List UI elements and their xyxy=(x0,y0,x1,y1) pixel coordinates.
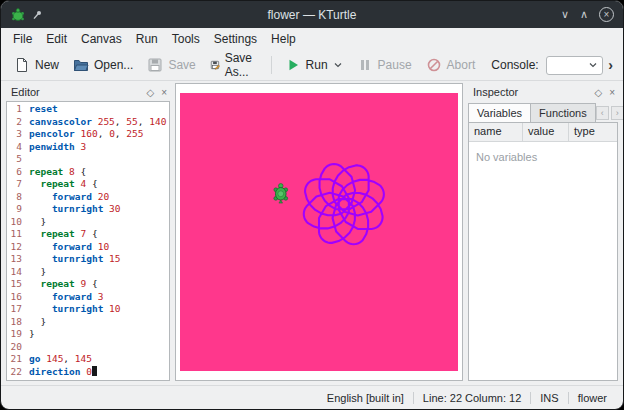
tab-scroll-left-icon[interactable]: ‹ xyxy=(596,106,609,120)
save-as-icon xyxy=(210,57,220,73)
menubar: File Edit Canvas Run Tools Settings Help xyxy=(1,28,623,50)
tab-variables[interactable]: Variables xyxy=(468,103,531,122)
open-folder-icon xyxy=(73,57,89,73)
abort-icon xyxy=(426,57,442,73)
new-document-icon xyxy=(14,57,30,73)
run-dropdown-arrow-icon[interactable] xyxy=(333,60,343,70)
combobox-chevron-down-icon xyxy=(588,60,598,70)
run-button-label: Run xyxy=(306,58,328,72)
code-editor[interactable]: 12345678910111213141516171819202122 rese… xyxy=(6,101,170,381)
inspector-dock-title: Inspector xyxy=(473,86,518,98)
pause-button-label: Pause xyxy=(378,58,412,72)
inspector-dock-header: Inspector ◇ × xyxy=(468,83,618,101)
status-language: English [built in] xyxy=(318,392,413,404)
line-number-gutter: 12345678910111213141516171819202122 xyxy=(7,103,25,380)
new-button-label: New xyxy=(35,58,59,72)
toolbar-overflow-button[interactable]: › xyxy=(605,57,616,73)
editor-float-icon[interactable]: ◇ xyxy=(146,87,154,98)
turtle-canvas xyxy=(180,93,458,371)
open-button-label: Open... xyxy=(94,58,133,72)
editor-dock: Editor ◇ × 12345678910111213141516171819… xyxy=(6,83,170,381)
pin-icon xyxy=(32,10,42,20)
status-cursor-position: Line: 22 Column: 12 xyxy=(413,392,530,404)
column-header-type[interactable]: type xyxy=(569,123,617,141)
toolbar: New Open... Save Save As... xyxy=(1,50,623,81)
status-insert-mode: INS xyxy=(530,392,567,404)
new-button[interactable]: New xyxy=(8,54,65,76)
main-area: Editor ◇ × 12345678910111213141516171819… xyxy=(1,81,623,385)
column-header-value[interactable]: value xyxy=(523,123,569,141)
editor-close-icon[interactable]: × xyxy=(161,87,167,98)
abort-button-label: Abort xyxy=(447,58,476,72)
save-icon xyxy=(147,57,163,73)
save-button[interactable]: Save xyxy=(141,54,201,76)
save-as-button[interactable]: Save As... xyxy=(204,48,264,82)
no-variables-text: No variables xyxy=(469,142,617,172)
pause-button[interactable]: Pause xyxy=(351,54,418,76)
menu-help[interactable]: Help xyxy=(264,30,303,48)
code-lines[interactable]: resetcanvascolor 255, 55, 140pencolor 16… xyxy=(25,103,169,380)
editor-dock-header: Editor ◇ × xyxy=(6,83,170,101)
variables-table: name value type No variables xyxy=(468,122,618,381)
menu-run[interactable]: Run xyxy=(129,30,165,48)
status-script-name: flower xyxy=(568,392,616,404)
save-as-button-label: Save As... xyxy=(225,51,258,79)
minimize-button[interactable]: ∨ xyxy=(561,9,569,20)
editor-dock-title: Editor xyxy=(11,86,40,98)
console-label: Console: xyxy=(491,58,538,72)
run-play-icon xyxy=(285,57,301,73)
column-header-name[interactable]: name xyxy=(469,123,523,141)
variables-table-header: name value type xyxy=(469,123,617,142)
abort-button[interactable]: Abort xyxy=(420,54,482,76)
close-button[interactable]: × xyxy=(599,7,614,22)
kturtle-window: flower — KTurtle ∨ ∧ × File Edit Canvas … xyxy=(0,0,624,410)
maximize-button[interactable]: ∧ xyxy=(580,9,588,20)
menu-tools[interactable]: Tools xyxy=(165,30,207,48)
canvas-view[interactable] xyxy=(175,83,463,381)
inspector-close-icon[interactable]: × xyxy=(609,87,615,98)
menu-settings[interactable]: Settings xyxy=(207,30,264,48)
pause-icon xyxy=(357,57,373,73)
console-combobox[interactable] xyxy=(546,56,604,75)
menu-edit[interactable]: Edit xyxy=(39,30,74,48)
tab-functions[interactable]: Functions xyxy=(531,103,596,122)
menu-file[interactable]: File xyxy=(6,30,39,48)
titlebar: flower — KTurtle ∨ ∧ × xyxy=(1,1,623,28)
tab-scroll-right-icon[interactable]: › xyxy=(611,106,624,120)
inspector-dock: Inspector ◇ × Variables Functions ‹ › na… xyxy=(468,83,618,381)
inspector-tabs: Variables Functions ‹ › xyxy=(468,101,618,122)
inspector-float-icon[interactable]: ◇ xyxy=(594,87,602,98)
run-button[interactable]: Run xyxy=(279,54,349,76)
menu-canvas[interactable]: Canvas xyxy=(74,30,129,48)
statusbar: English [built in] Line: 22 Column: 12 I… xyxy=(1,385,623,409)
save-button-label: Save xyxy=(168,58,195,72)
window-title: flower — KTurtle xyxy=(1,8,623,22)
open-button[interactable]: Open... xyxy=(67,54,139,76)
kturtle-app-icon xyxy=(10,7,26,23)
